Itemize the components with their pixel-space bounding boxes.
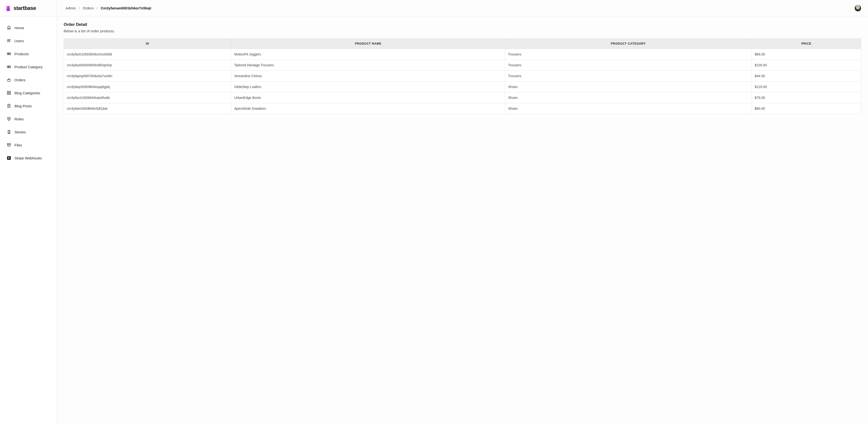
cell-name: MotionFit Joggers	[231, 49, 505, 60]
grid-icon	[7, 91, 11, 95]
cell-category: Shoes	[505, 103, 752, 114]
cell-id: cm3yfaok90005kh6o9k5qn0qr	[64, 60, 231, 71]
archive-icon	[7, 143, 11, 147]
stripe-icon	[7, 156, 11, 160]
table-row: cm3yfaqr00009kh6oqaj9gpkjGlideStep Loafe…	[64, 82, 861, 92]
barcode-icon	[7, 52, 11, 56]
sidebar-item-label: Home	[14, 26, 24, 30]
cell-name: Streamline Chinos	[231, 71, 505, 82]
basket-icon	[7, 78, 11, 82]
topbar: startbase Admin / Orders / Cm3yfaman0001…	[0, 0, 868, 17]
breadcrumb-sep: /	[79, 6, 80, 10]
brand[interactable]: startbase	[0, 0, 57, 16]
table-row: cm3yfatin000dkh6o5dl1jtwtApexStride Snea…	[64, 103, 861, 114]
sidebar-item-products[interactable]: Products	[0, 49, 57, 58]
col-price: PRICE	[752, 38, 861, 49]
breadcrumb-current: Cm3yfaman0001kh6or7n5lwjr	[100, 6, 151, 10]
table-row: cm3yfapnp0007kh6o0a7vw9inStreamline Chin…	[64, 71, 861, 82]
users-icon	[7, 38, 11, 43]
cell-category: Trousers	[505, 49, 752, 60]
page-title: Order Detail	[64, 22, 861, 27]
breadcrumb-admin[interactable]: Admin	[66, 6, 76, 10]
brand-name: startbase	[13, 5, 36, 11]
cell-price: $100.00	[752, 60, 861, 71]
sidebar-item-label: Orders	[14, 78, 26, 82]
cell-price: $44.00	[752, 71, 861, 82]
cell-id: cm3yfatin000dkh6o5dl1jtwt	[64, 103, 231, 114]
main-content: Order Detail Below is a list of order pr…	[57, 17, 868, 424]
sidebar-item-label: Files	[14, 143, 22, 147]
table-row: cm3yfaok90005kh6o9k5qn0qrTailored Herita…	[64, 60, 861, 71]
cell-category: Trousers	[505, 71, 752, 82]
sidebar-item-stripe-webhooks[interactable]: Stripe Webhooks	[0, 153, 57, 162]
sidebar-item-label: Users	[14, 39, 24, 43]
table-row: cm3yfanh10003kh6o2mofz6ldMotionFit Jogge…	[64, 49, 861, 60]
cell-id: cm3yfaqr00009kh6oqaj9gpkj	[64, 82, 231, 92]
page-subtitle: Below is a list of order products.	[64, 29, 861, 33]
cell-category: Trousers	[505, 60, 752, 71]
sidebar-item-label: Products	[14, 52, 29, 56]
avatar[interactable]	[855, 5, 861, 11]
sidebar-item-label: Stories	[14, 130, 26, 134]
sidebar-item-label: Stripe Webhooks	[14, 156, 42, 160]
cell-name: Tailored Heritage Trousers	[231, 60, 505, 71]
sidebar-item-label: Blog Categories	[14, 91, 40, 95]
cell-id: cm3yfapnp0007kh6o0a7vw9in	[64, 71, 231, 82]
sidebar-item-home[interactable]: Home	[0, 23, 57, 32]
cell-id: cm3yfanh10003kh6o2mofz6ld	[64, 49, 231, 60]
breadcrumb-sep: /	[97, 6, 98, 10]
sidebar-item-label: Roles	[14, 117, 24, 121]
cell-price: $120.00	[752, 82, 861, 92]
shield-icon	[7, 117, 11, 121]
sidebar-item-users[interactable]: Users	[0, 36, 57, 46]
cell-category: Shoes	[505, 92, 752, 103]
sidebar-item-orders[interactable]: Orders	[0, 75, 57, 84]
table-row: cm3yfas2z000bkh6ojw0lvafeUrbanEdge Boots…	[64, 92, 861, 103]
sidebar-item-blog-posts[interactable]: Blog Posts	[0, 101, 57, 111]
cell-name: GlideStep Loafers	[231, 82, 505, 92]
breadcrumb-orders[interactable]: Orders	[83, 6, 94, 10]
sidebar-item-label: Blog Posts	[14, 104, 32, 108]
sidebar-item-label: Product Category	[14, 65, 43, 69]
document-icon	[7, 104, 11, 108]
col-category: PRODUCT CATEGORY	[505, 38, 752, 49]
order-products-table: ID PRODUCT NAME PRODUCT CATEGORY PRICE c…	[64, 38, 861, 114]
logo-icon	[5, 5, 11, 11]
cell-price: $69.00	[752, 49, 861, 60]
cell-name: ApexStride Sneakers	[231, 103, 505, 114]
sidebar-item-stories[interactable]: Stories	[0, 127, 57, 137]
cell-name: UrbanEdge Boots	[231, 92, 505, 103]
cell-price: $79.00	[752, 92, 861, 103]
sidebar: Home Users Products Product Category Ord…	[0, 17, 57, 424]
sidebar-item-files[interactable]: Files	[0, 140, 57, 150]
sidebar-item-roles[interactable]: Roles	[0, 114, 57, 123]
barcode-icon	[7, 65, 11, 69]
col-name: PRODUCT NAME	[231, 38, 505, 49]
sidebar-item-blog-categories[interactable]: Blog Categories	[0, 88, 57, 97]
cell-id: cm3yfas2z000bkh6ojw0lvafe	[64, 92, 231, 103]
sidebar-item-product-category[interactable]: Product Category	[0, 62, 57, 71]
table-header-row: ID PRODUCT NAME PRODUCT CATEGORY PRICE	[64, 38, 861, 49]
breadcrumb: Admin / Orders / Cm3yfaman0001kh6or7n5lw…	[66, 6, 151, 10]
cell-category: Shoes	[505, 82, 752, 92]
home-icon	[7, 26, 11, 30]
col-id: ID	[64, 38, 231, 49]
page-icon	[7, 130, 11, 134]
cell-price: $80.00	[752, 103, 861, 114]
